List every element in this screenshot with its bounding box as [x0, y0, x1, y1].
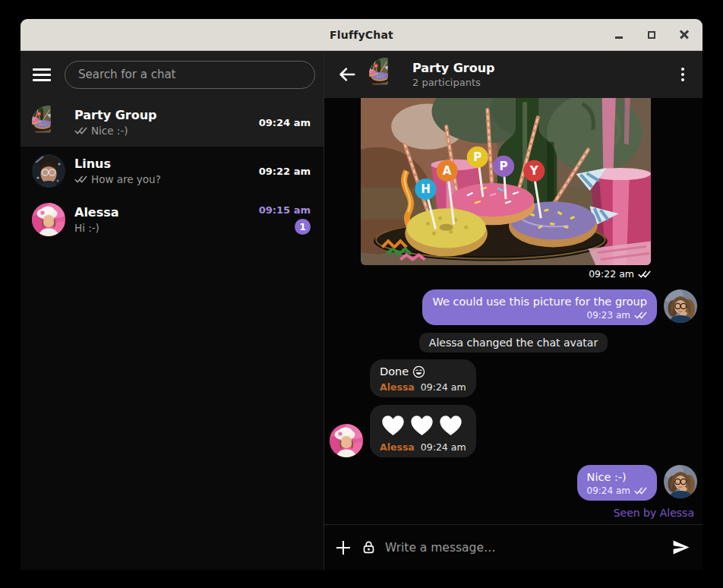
- search-input[interactable]: [65, 61, 315, 89]
- received-message-bubble[interactable]: Done Alessa 09:24 am: [370, 359, 476, 397]
- window-controls: [613, 19, 690, 50]
- message-row: Alessa changed the chat avatar: [330, 333, 697, 352]
- plus-icon: [336, 541, 350, 555]
- sidebar-topbar: [21, 51, 324, 98]
- received-message-bubble[interactable]: Alessa 09:24 am: [370, 405, 476, 457]
- chat-time: 09:22 am: [259, 166, 311, 177]
- close-button[interactable]: [678, 29, 690, 41]
- sender-name: Alessa: [380, 381, 415, 393]
- chat-name: Linus: [74, 156, 250, 172]
- chat-panel: Party Group 2 participants 09:22 am: [324, 51, 702, 570]
- chat-name: Party Group: [74, 108, 250, 124]
- menu-hamburger-button[interactable]: [33, 67, 52, 82]
- double-check-icon: [634, 486, 647, 495]
- chat-header-info[interactable]: Party Group 2 participants: [412, 61, 661, 89]
- chat-preview-text: Hi :-): [74, 222, 99, 234]
- message-timestamp: 09:23 am: [587, 310, 630, 321]
- chat-preview-text: Nice :-): [91, 125, 128, 137]
- message-row: Nice :-) 09:24 am: [330, 465, 697, 501]
- attach-button[interactable]: [331, 536, 355, 560]
- heart-icon: [380, 414, 406, 437]
- kebab-menu-icon: [681, 68, 684, 81]
- chat-item-alessa[interactable]: Alessa Hi :-) 09:15 am 1: [21, 195, 324, 244]
- back-arrow-icon: [337, 65, 357, 84]
- party-group-avatar: [32, 106, 65, 139]
- back-button[interactable]: [335, 62, 359, 87]
- minimize-icon: [615, 36, 623, 39]
- chat-header: Party Group 2 participants: [324, 51, 702, 98]
- alessa-avatar[interactable]: [330, 424, 363, 457]
- message-composer: [324, 524, 702, 570]
- message-timestamp: 09:22 am: [361, 268, 651, 280]
- chat-item-party-group[interactable]: Party Group Nice :-) 09:24 am: [21, 98, 324, 147]
- seen-status-row: Seen by Alessa: [330, 507, 697, 519]
- maximize-icon: [648, 31, 655, 39]
- sender-name: Alessa: [380, 441, 415, 453]
- unread-badge: 1: [295, 219, 311, 235]
- close-icon: [680, 30, 689, 40]
- message-input[interactable]: [382, 541, 663, 555]
- double-check-icon: [634, 311, 647, 320]
- chat-preview-text: How are you?: [91, 173, 161, 185]
- chat-time: 09:24 am: [259, 117, 311, 128]
- send-button[interactable]: [668, 536, 693, 560]
- titlebar: FluffyChat: [21, 19, 702, 51]
- smiling-face-emoji: [412, 365, 425, 378]
- chat-menu-button[interactable]: [671, 62, 695, 87]
- minimize-button[interactable]: [613, 29, 625, 41]
- message-text: Done: [380, 365, 409, 379]
- sent-message-bubble[interactable]: Nice :-) 09:24 am: [577, 465, 657, 501]
- linus-avatar: [32, 154, 65, 188]
- own-avatar[interactable]: [664, 289, 697, 323]
- system-message: Alessa changed the chat avatar: [419, 333, 608, 352]
- message-timestamp: 09:24 am: [421, 381, 466, 393]
- chat-header-avatar[interactable]: [369, 58, 403, 91]
- chat-item-linus[interactable]: Linus How are you? 09:22 am: [21, 147, 324, 195]
- maximize-button[interactable]: [646, 29, 658, 41]
- message-text: We could use this picture for the group: [432, 295, 647, 309]
- hearts-message: [380, 410, 466, 439]
- party-photo[interactable]: [361, 98, 651, 265]
- chat-list-sidebar: Party Group Nice :-) 09:24 am: [21, 51, 324, 570]
- double-check-icon: [74, 126, 87, 135]
- message-row: We could use this picture for the group …: [330, 289, 697, 325]
- message-timestamp: 09:24 am: [587, 485, 630, 496]
- seen-status: Seen by Alessa: [614, 507, 694, 519]
- double-check-icon: [638, 270, 651, 279]
- message-row: Alessa 09:24 am: [330, 405, 697, 457]
- message-list: 09:22 am We could use this picture for t…: [324, 98, 702, 524]
- heart-icon: [409, 414, 434, 437]
- heart-icon: [438, 414, 463, 437]
- message-timestamp: 09:24 am: [421, 441, 466, 453]
- message-row: Done Alessa 09:24 am: [330, 359, 697, 397]
- chat-title: Party Group: [412, 61, 661, 77]
- sent-message-bubble[interactable]: We could use this picture for the group …: [422, 289, 657, 325]
- alessa-avatar: [32, 203, 65, 236]
- chat-list: Party Group Nice :-) 09:24 am: [21, 98, 324, 570]
- double-check-icon: [74, 175, 87, 184]
- send-icon: [671, 538, 690, 557]
- chat-name: Alessa: [74, 205, 250, 221]
- window-title: FluffyChat: [330, 29, 393, 41]
- message-image: [361, 98, 651, 265]
- chat-time: 09:15 am: [259, 204, 311, 216]
- own-avatar[interactable]: [664, 465, 697, 498]
- encryption-lock-icon: [361, 539, 377, 555]
- hamburger-icon: [33, 68, 51, 71]
- chat-subtitle: 2 participants: [412, 77, 661, 88]
- message-text: Nice :-): [587, 470, 647, 485]
- app-window: FluffyChat Party Group: [21, 19, 702, 570]
